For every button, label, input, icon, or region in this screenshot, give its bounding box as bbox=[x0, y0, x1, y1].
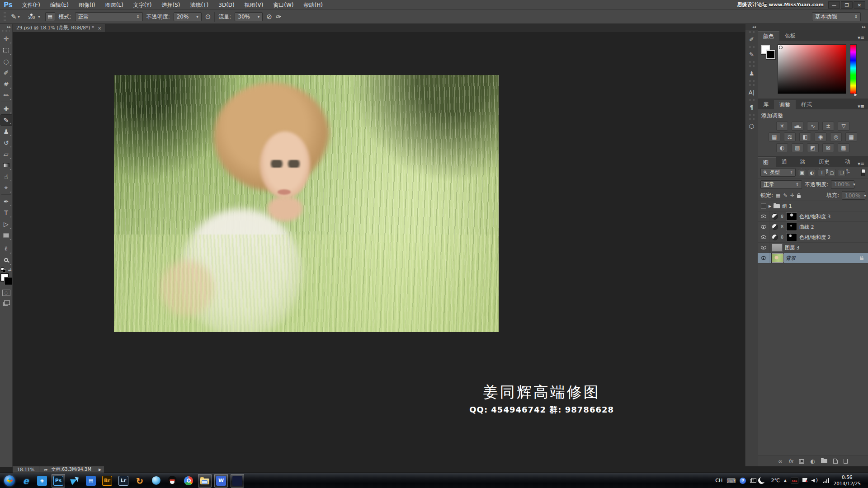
smudge-tool[interactable]: ☝ bbox=[0, 171, 12, 182]
tray-expand-icon[interactable]: ▲ bbox=[784, 479, 787, 483]
levels-icon[interactable]: ▃▅▂ bbox=[792, 122, 803, 131]
layer-thumbnail[interactable] bbox=[772, 253, 783, 263]
keyboard-icon[interactable]: ⌨ bbox=[726, 477, 736, 484]
thunder-bird-app-icon[interactable] bbox=[68, 474, 81, 488]
lock-position-icon[interactable]: ✛ bbox=[790, 192, 794, 198]
menu-item[interactable]: 选择(S) bbox=[157, 0, 185, 10]
quick-selection-tool[interactable]: ✐ bbox=[0, 67, 12, 78]
filter-smart-objects-icon[interactable]: ❐ bbox=[838, 169, 846, 176]
move-tool[interactable]: ✛ bbox=[0, 33, 12, 44]
tab-动作[interactable]: 动作 bbox=[839, 157, 858, 167]
restore-windows-icon[interactable] bbox=[750, 479, 754, 483]
tray-app-icon[interactable]: A&C bbox=[791, 478, 798, 483]
rectangular-marquee-tool[interactable] bbox=[0, 44, 12, 56]
layer-mask-thumbnail[interactable] bbox=[786, 233, 797, 241]
chrome-icon[interactable] bbox=[182, 474, 195, 488]
tablet-pressure-size-icon[interactable]: ✑ bbox=[276, 14, 282, 20]
lasso-tool[interactable]: ◌ bbox=[0, 56, 12, 67]
canvas-area[interactable]: 姜同辉高端修图 QQ: 454946742 群: 98786628 bbox=[13, 32, 745, 466]
layer-row[interactable]: 8曲线 2 bbox=[758, 222, 868, 232]
menu-item[interactable]: 图层(L) bbox=[100, 0, 128, 10]
layer-mask-thumbnail[interactable] bbox=[786, 223, 797, 231]
threshold-icon[interactable]: ◩ bbox=[807, 143, 819, 152]
tab-历史记录[interactable]: 历史记录 bbox=[813, 157, 840, 167]
lightroom-icon[interactable]: Lr bbox=[117, 474, 130, 488]
vibrance-icon[interactable]: ▽ bbox=[838, 122, 849, 131]
lock-transparency-icon[interactable]: ▦ bbox=[776, 192, 780, 198]
eyedropper-tool[interactable]: ✏ bbox=[0, 89, 12, 101]
visibility-toggle[interactable] bbox=[758, 222, 769, 232]
layer-row[interactable]: 背景 bbox=[758, 253, 868, 263]
file-explorer-icon[interactable] bbox=[198, 474, 212, 488]
layer-opacity-select[interactable]: 100% ▾ bbox=[831, 180, 854, 189]
type-tool[interactable]: T bbox=[0, 207, 12, 218]
menu-item[interactable]: 3D(D) bbox=[213, 0, 239, 10]
menu-item[interactable]: 滤镜(T) bbox=[185, 0, 214, 10]
collapse-panels-icon[interactable]: ▸▸ bbox=[758, 24, 868, 30]
close-tab-icon[interactable]: × bbox=[98, 26, 101, 31]
tab-样式[interactable]: 样式 bbox=[796, 100, 817, 109]
filter-shape-layers-icon[interactable]: ▢ bbox=[828, 169, 836, 176]
color-balance-icon[interactable]: ⚖ bbox=[784, 132, 796, 141]
collapse-tools-icon[interactable]: ▸▸ bbox=[7, 25, 12, 29]
add-layer-mask-icon[interactable] bbox=[799, 459, 804, 464]
water-drop-app-icon[interactable] bbox=[149, 474, 163, 488]
filter-type-layers-icon[interactable]: T bbox=[818, 169, 826, 176]
airbrush-toggle-icon[interactable]: ⊘ bbox=[266, 14, 272, 20]
layer-style-icon[interactable]: fx bbox=[788, 459, 793, 464]
foreground-background-swatches[interactable] bbox=[0, 273, 12, 285]
tab-色板[interactable]: 色板 bbox=[779, 31, 801, 41]
menu-item[interactable]: 编辑(E) bbox=[45, 0, 74, 10]
layer-blend-mode-select[interactable]: 正常 ⇕ bbox=[760, 180, 802, 189]
path-selection-tool[interactable]: ▷ bbox=[0, 218, 12, 230]
opacity-select[interactable]: 20% ▾ bbox=[174, 12, 202, 21]
photo-filter-icon[interactable]: ◉ bbox=[815, 132, 826, 141]
tab-调整[interactable]: 调整 bbox=[774, 100, 796, 109]
workspace-select[interactable]: 基本功能 ⇕ bbox=[812, 12, 861, 21]
screen-mode-button[interactable] bbox=[3, 300, 10, 306]
clock[interactable]: 0:56 2014/12/25 bbox=[833, 474, 861, 487]
invert-icon[interactable]: ◐ bbox=[776, 143, 788, 152]
layer-row[interactable]: 图层 3 bbox=[758, 243, 868, 253]
clone-source-icon[interactable]: ♟ bbox=[746, 68, 758, 79]
channel-mixer-icon[interactable]: ◎ bbox=[830, 132, 842, 141]
selective-color-icon[interactable]: ⊠ bbox=[822, 143, 834, 152]
tab-颜色[interactable]: 颜色 bbox=[758, 31, 779, 41]
character-panel-icon[interactable]: A| bbox=[746, 87, 758, 98]
color-lookup-icon[interactable]: ▦ bbox=[845, 132, 857, 141]
lock-all-icon[interactable] bbox=[797, 195, 801, 198]
3d-panel-icon[interactable]: ⬡ bbox=[746, 121, 758, 131]
layer-row[interactable]: 8色相/饱和度 2 bbox=[758, 232, 868, 243]
visibility-checkbox[interactable] bbox=[761, 203, 766, 209]
tab-通道[interactable]: 通道 bbox=[776, 157, 795, 167]
clone-stamp-tool[interactable]: ♟ bbox=[0, 126, 12, 137]
swap-colors-icon[interactable]: ⇄ bbox=[8, 267, 12, 272]
panel-menu-icon[interactable]: ▾≡ bbox=[858, 35, 868, 41]
menu-item[interactable]: 视图(V) bbox=[240, 0, 269, 10]
brush-presets-icon[interactable]: ✎ bbox=[746, 49, 758, 60]
panel-menu-icon[interactable]: ▾≡ bbox=[858, 103, 868, 109]
menu-item[interactable]: 文件(F) bbox=[17, 0, 45, 10]
photoshop-icon[interactable]: Ps bbox=[52, 474, 65, 488]
visibility-toggle[interactable] bbox=[758, 211, 769, 221]
hand-tool[interactable]: ✌ bbox=[0, 243, 12, 254]
qq-icon[interactable] bbox=[165, 474, 179, 488]
filter-adjustment-layers-icon[interactable]: ◐ bbox=[808, 169, 816, 176]
pen-tool[interactable]: ✒ bbox=[0, 196, 12, 207]
posterize-icon[interactable]: ▨ bbox=[792, 143, 803, 152]
menu-item[interactable]: 帮助(H) bbox=[299, 0, 328, 10]
dodge-tool[interactable]: ⌖ bbox=[0, 182, 12, 193]
brush-tool[interactable]: ✎ bbox=[0, 114, 12, 126]
paragraph-panel-icon[interactable]: ¶ bbox=[746, 102, 758, 113]
color-panel-swatches[interactable] bbox=[760, 44, 774, 61]
saturation-brightness-field[interactable] bbox=[778, 44, 846, 94]
hue-slider[interactable] bbox=[850, 44, 857, 94]
visibility-toggle[interactable] bbox=[758, 232, 769, 242]
layer-thumbnail[interactable] bbox=[772, 244, 783, 252]
tab-路径[interactable]: 路径 bbox=[795, 157, 813, 167]
hue-saturation-icon[interactable]: ▤ bbox=[769, 132, 780, 141]
expand-caret-icon[interactable]: ▶ bbox=[769, 204, 771, 208]
history-brush-tool[interactable]: ↺ bbox=[0, 137, 12, 148]
minimize-button[interactable]: — bbox=[828, 1, 840, 9]
volume-icon[interactable] bbox=[811, 478, 819, 483]
